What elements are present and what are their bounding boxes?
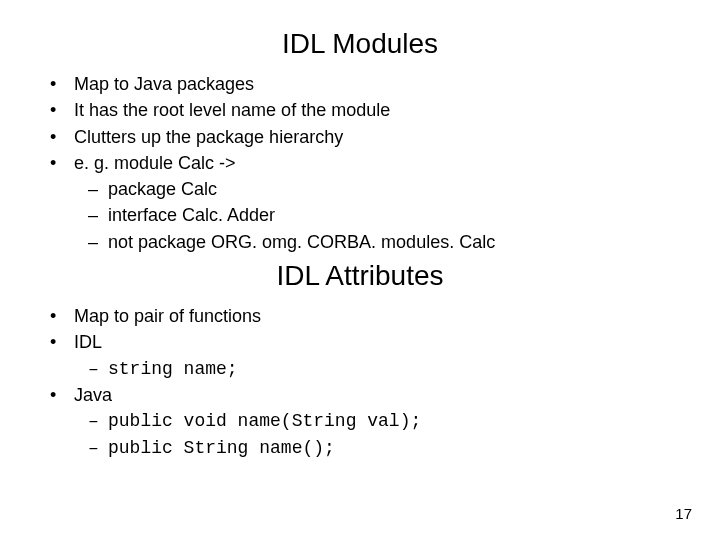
- modules-sublist: package Calc interface Calc. Adder not p…: [74, 177, 680, 254]
- page-number: 17: [675, 505, 692, 522]
- idl-sublist: string name;: [74, 357, 680, 381]
- code-line: public String name();: [74, 436, 680, 460]
- list-item: Clutters up the package hierarchy: [40, 125, 680, 149]
- list-item: not package ORG. omg. CORBA. modules. Ca…: [74, 230, 680, 254]
- list-item-label: IDL: [74, 332, 102, 352]
- list-item-label: Java: [74, 385, 112, 405]
- modules-list: Map to Java packages It has the root lev…: [40, 72, 680, 254]
- heading-idl-modules: IDL Modules: [40, 28, 680, 60]
- list-item: interface Calc. Adder: [74, 203, 680, 227]
- java-sublist: public void name(String val); public Str…: [74, 409, 680, 460]
- list-item: Java public void name(String val); publi…: [40, 383, 680, 460]
- list-item: package Calc: [74, 177, 680, 201]
- list-item: Map to Java packages: [40, 72, 680, 96]
- heading-idl-attributes: IDL Attributes: [40, 260, 680, 292]
- code-line: public void name(String val);: [74, 409, 680, 433]
- attributes-list: Map to pair of functions IDL string name…: [40, 304, 680, 460]
- list-item: IDL string name;: [40, 330, 680, 381]
- list-item: Map to pair of functions: [40, 304, 680, 328]
- code-line: string name;: [74, 357, 680, 381]
- list-item-label: e. g. module Calc ->: [74, 153, 236, 173]
- list-item: e. g. module Calc -> package Calc interf…: [40, 151, 680, 254]
- slide: IDL Modules Map to Java packages It has …: [0, 0, 720, 540]
- list-item: It has the root level name of the module: [40, 98, 680, 122]
